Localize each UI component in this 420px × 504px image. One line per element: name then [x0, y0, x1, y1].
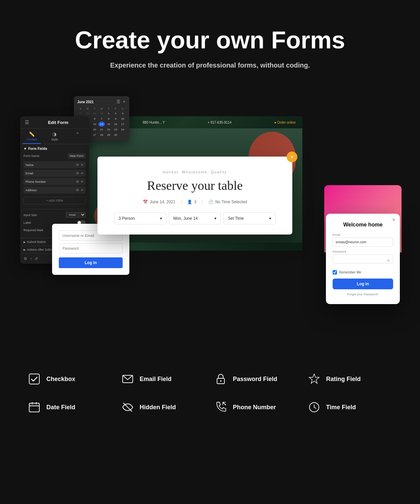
input-size-select[interactable]: Small Medium Large [66, 212, 86, 218]
forgot-password-link[interactable]: Forgot your Password? [333, 293, 393, 296]
meta-divider: | [202, 200, 203, 204]
field-settings-btn[interactable]: ⚙ [76, 188, 79, 192]
hero-title: Create your own Forms [13, 27, 407, 53]
welcome-email-input[interactable] [333, 238, 393, 247]
cal-day[interactable]: 15 [105, 122, 112, 127]
settings-btn[interactable]: ⚙ [24, 256, 27, 261]
cal-day-header: T [105, 107, 112, 111]
screenshots-area: June 2021 ☰ + S M T W T F S 27 28 29 30 … [0, 96, 420, 338]
cal-day[interactable]: 13 [91, 122, 98, 127]
svg-line-10 [223, 402, 226, 405]
remember-me-checkbox[interactable] [333, 270, 337, 275]
tab-extra[interactable]: A [66, 129, 89, 144]
password-input[interactable] [59, 243, 123, 253]
hero-subtitle: Experience the creation of professional … [13, 61, 407, 69]
field-label-phone: Phone Number [26, 180, 76, 183]
field-remove-btn[interactable]: ✕ [80, 188, 84, 192]
welcome-password-input[interactable] [333, 254, 393, 263]
calendar-next-btn[interactable]: + [122, 99, 126, 104]
feature-email-label: Email Field [140, 376, 172, 383]
calendar-prev-btn[interactable]: ☰ [116, 99, 121, 104]
cal-day-header: W [98, 107, 105, 111]
cal-day[interactable]: 29 [105, 132, 112, 137]
menu-icon[interactable]: ☰ [25, 120, 29, 125]
features-grid: Checkbox Email Field Password Field Rati… [27, 372, 393, 415]
feature-checkbox-label: Checkbox [46, 376, 75, 383]
checkbox-icon [27, 372, 42, 386]
cal-day[interactable]: 9 [112, 116, 119, 121]
cal-day[interactable]: 22 [105, 127, 112, 132]
cal-day[interactable]: 30 [98, 111, 105, 116]
cal-day[interactable]: 28 [84, 111, 91, 116]
feature-checkbox: Checkbox [27, 372, 114, 386]
cal-day-header: F [112, 107, 119, 111]
chevron-down-icon: ▾ [269, 216, 271, 221]
share-btn[interactable]: ↑ [30, 256, 32, 261]
cal-day[interactable]: 7 [98, 116, 105, 121]
field-label-address: Address [26, 188, 76, 192]
form-fields-label: Form Fields [28, 147, 47, 151]
welcome-modal: ✕ Welcome home Email Password 👁 Remember… [326, 214, 400, 304]
date-select[interactable]: Mon, June 14 ▾ [169, 212, 221, 224]
cal-day[interactable]: 23 [112, 127, 119, 132]
cal-day [119, 132, 126, 137]
feature-hidden-label: Hidden Field [140, 404, 176, 411]
cal-day-header: T [91, 107, 98, 111]
cal-day[interactable]: 16 [112, 122, 119, 127]
cal-day[interactable]: 10 [119, 116, 126, 121]
form-name-value[interactable]: New Form [68, 153, 86, 159]
cal-day[interactable]: 20 [91, 127, 98, 132]
add-item-button[interactable]: + ADD ITEM [24, 197, 86, 204]
cal-day[interactable]: 3 [119, 111, 126, 116]
welcome-title: Welcome home [333, 222, 393, 228]
cal-day[interactable]: 8 [105, 116, 112, 121]
password-toggle-icon[interactable]: 👁 [386, 258, 390, 263]
cal-day[interactable]: 17 [119, 122, 126, 127]
cal-day[interactable]: 6 [91, 116, 98, 121]
reserve-title: Reserve your table [114, 178, 276, 193]
cal-day[interactable]: 27 [91, 132, 98, 137]
actions-after-label: Actions After Subm [27, 248, 53, 251]
tab-content[interactable]: ✏️ Content [20, 129, 43, 144]
field-remove-btn[interactable]: ✕ [80, 163, 84, 167]
history-btn[interactable]: ↺ [35, 256, 38, 261]
field-remove-btn[interactable]: ✕ [80, 171, 84, 175]
cal-day[interactable]: 29 [91, 111, 98, 116]
email-icon [120, 372, 135, 386]
tab-style[interactable]: ◑ Style [43, 129, 66, 144]
cal-day[interactable]: 30 [112, 132, 119, 137]
field-settings-btn[interactable]: ⚙ [76, 179, 79, 184]
cal-day[interactable]: 27 [77, 111, 84, 116]
close-button[interactable]: ✕ [287, 152, 297, 162]
welcome-login-button[interactable]: Log in [333, 279, 393, 289]
reserve-meta: 📅 June 14, 2021 | 👤 3 | 🕐 No Time Select… [114, 200, 276, 204]
cal-day[interactable]: 21 [98, 127, 105, 132]
field-row-name: Name ⚙ ✕ [24, 161, 86, 168]
reserve-selects: 3 Person ▾ Mon, June 14 ▾ Set Time ▾ [114, 212, 276, 224]
field-row-email: Email ⚙ ✕ [24, 170, 86, 177]
feature-date: Date Field [27, 400, 114, 415]
email-field-label: Email [333, 233, 393, 237]
svg-point-3 [220, 380, 221, 382]
hidden-field-icon [120, 400, 135, 415]
tab-extra-label: A [77, 131, 79, 135]
time-select[interactable]: Set Time ▾ [223, 212, 276, 224]
nav-order[interactable]: ● Order online [274, 121, 296, 124]
persons-select[interactable]: 3 Person ▾ [114, 212, 166, 224]
form-fields-section-header[interactable]: ▼ Form Fields [24, 147, 86, 151]
cal-day[interactable]: 2 [112, 111, 119, 116]
cal-day[interactable]: 28 [98, 132, 105, 137]
field-settings-btn[interactable]: ⚙ [76, 171, 79, 175]
welcome-close-button[interactable]: ✕ [392, 217, 396, 222]
cal-day[interactable]: 24 [119, 127, 126, 132]
field-settings-btn[interactable]: ⚙ [76, 163, 79, 167]
cal-day[interactable]: 1 [105, 111, 112, 116]
login-button[interactable]: Log in [59, 257, 123, 268]
edit-form-title: Edit Form [32, 120, 84, 125]
field-remove-btn[interactable]: ✕ [80, 179, 84, 184]
reserve-guests: 3 [194, 200, 197, 204]
cal-day-today[interactable]: 14 [98, 122, 105, 127]
required-mark-label: Required Mark [24, 228, 43, 232]
feature-rating-label: Rating Field [326, 376, 361, 383]
content-icon: ✏️ [29, 131, 35, 137]
